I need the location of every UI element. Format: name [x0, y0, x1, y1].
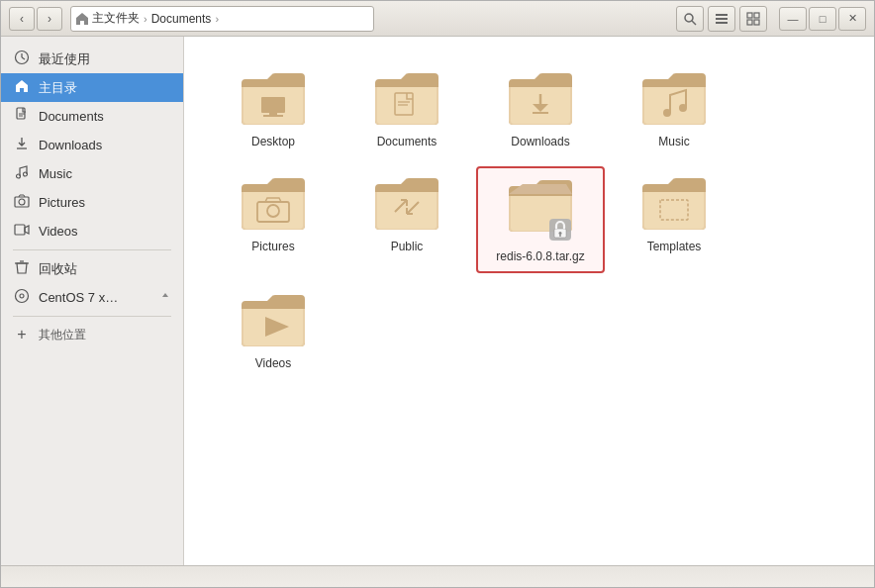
svg-rect-24 — [261, 97, 285, 113]
home-label: 主文件夹 — [92, 10, 140, 27]
camera-icon — [14, 193, 30, 209]
file-item-desktop[interactable]: Desktop — [209, 61, 338, 156]
svg-point-0 — [685, 14, 693, 22]
sidebar-item-downloads[interactable]: Downloads — [1, 131, 183, 159]
file-item-redis[interactable]: redis-6.0.8.tar.gz — [476, 166, 605, 273]
sidebar-item-music[interactable]: Music — [1, 159, 183, 188]
lock-badge-svg — [548, 218, 572, 242]
svg-rect-7 — [747, 20, 752, 25]
videos-sidebar-icon — [13, 222, 31, 241]
file-item-music[interactable]: Music — [610, 61, 738, 156]
sidebar-label-trash: 回收站 — [39, 260, 77, 278]
downloads-folder-icon — [507, 69, 574, 129]
breadcrumb-sep2: › — [215, 13, 219, 25]
sidebar-item-other[interactable]: + 其他位置 — [1, 321, 183, 348]
home-breadcrumb[interactable]: 主文件夹 — [75, 10, 140, 27]
toolbar-right — [676, 6, 767, 32]
forward-button[interactable]: › — [37, 7, 62, 31]
document-icon — [14, 107, 30, 123]
grid-view-icon — [746, 12, 760, 26]
svg-point-19 — [19, 199, 25, 205]
pictures-folder-icon — [240, 174, 307, 234]
svg-rect-2 — [716, 14, 728, 16]
nav-controls: ‹ › — [9, 7, 62, 31]
sidebar-label-recent: 最近使用 — [39, 50, 90, 68]
disc-icon — [14, 288, 30, 304]
pictures-label: Pictures — [251, 240, 294, 253]
svg-line-11 — [22, 57, 25, 59]
sidebar: 最近使用 主目录 — [1, 37, 184, 565]
list-view-icon — [715, 12, 729, 26]
home-icon — [75, 12, 89, 26]
sidebar-divider2 — [13, 316, 171, 317]
svg-rect-3 — [716, 18, 728, 20]
file-item-pictures[interactable]: Pictures — [209, 166, 338, 273]
file-grid: Desktop Documents — [204, 56, 854, 383]
eject-icon — [159, 290, 171, 302]
file-item-templates[interactable]: Templates — [610, 166, 738, 273]
pictures-sidebar-icon — [13, 193, 31, 212]
templates-folder-icon — [640, 174, 708, 234]
close-button[interactable]: ✕ — [838, 7, 866, 31]
svg-rect-5 — [747, 13, 752, 18]
music-folder-icon — [640, 69, 708, 129]
search-button[interactable] — [676, 6, 704, 32]
sidebar-label-videos: Videos — [39, 224, 78, 239]
sidebar-label-home: 主目录 — [39, 79, 77, 97]
music-sidebar-icon — [13, 164, 31, 183]
view-list-button[interactable] — [708, 6, 735, 32]
video-icon — [14, 222, 30, 238]
sidebar-item-home[interactable]: 主目录 — [1, 73, 183, 102]
sidebar-item-trash[interactable]: 回收站 — [1, 254, 183, 283]
redis-file-icon — [507, 176, 574, 244]
file-item-downloads[interactable]: Downloads — [476, 61, 605, 156]
search-icon — [683, 12, 697, 26]
file-item-videos[interactable]: Videos — [209, 283, 338, 378]
sidebar-item-recent[interactable]: 最近使用 — [1, 45, 183, 73]
music-icon — [14, 164, 30, 180]
svg-point-32 — [663, 109, 671, 117]
downloads-label: Downloads — [511, 135, 569, 148]
sidebar-item-documents[interactable]: Documents — [1, 102, 183, 131]
sidebar-item-centos[interactable]: CentOS 7 x… — [1, 283, 183, 312]
titlebar: ‹ › 主文件夹 › Documents › — [1, 1, 874, 37]
videos-folder-icon — [240, 291, 307, 350]
documents-label: Documents — [377, 135, 438, 148]
downloads-sidebar-icon — [13, 136, 31, 154]
eject-button[interactable] — [159, 290, 171, 305]
svg-line-1 — [692, 21, 696, 25]
sidebar-divider — [13, 249, 171, 250]
main-area: 最近使用 主目录 — [1, 37, 874, 565]
window-controls: — □ ✕ — [779, 7, 866, 31]
music-label: Music — [658, 135, 689, 148]
svg-point-23 — [20, 294, 24, 298]
svg-rect-8 — [754, 20, 759, 25]
file-item-documents[interactable]: Documents — [342, 61, 471, 156]
statusbar — [1, 565, 874, 587]
videos-label: Videos — [255, 356, 291, 370]
centos-sidebar-icon — [13, 288, 31, 307]
svg-point-22 — [16, 290, 29, 303]
desktop-folder-icon — [240, 69, 307, 129]
public-label: Public — [391, 240, 424, 253]
sidebar-item-videos[interactable]: Videos — [1, 217, 183, 245]
content-area: Desktop Documents — [184, 37, 874, 565]
desktop-label: Desktop — [251, 135, 295, 148]
svg-rect-6 — [754, 13, 759, 18]
download-icon — [14, 136, 30, 151]
minimize-button[interactable]: — — [779, 7, 807, 31]
trash-icon — [14, 259, 30, 275]
back-button[interactable]: ‹ — [9, 7, 35, 31]
sidebar-item-pictures[interactable]: Pictures — [1, 188, 183, 217]
breadcrumb-documents[interactable]: Documents — [151, 12, 212, 26]
redis-label: redis-6.0.8.tar.gz — [496, 249, 584, 263]
view-grid-button[interactable] — [739, 6, 767, 32]
breadcrumb-sep: › — [144, 13, 147, 25]
file-item-public[interactable]: Public — [342, 166, 471, 273]
trash-sidebar-icon — [13, 259, 31, 278]
breadcrumb-bar: 主文件夹 › Documents › — [70, 6, 374, 32]
templates-label: Templates — [647, 240, 702, 253]
maximize-button[interactable]: □ — [809, 7, 836, 31]
svg-rect-4 — [716, 22, 728, 24]
add-icon: + — [13, 326, 31, 343]
